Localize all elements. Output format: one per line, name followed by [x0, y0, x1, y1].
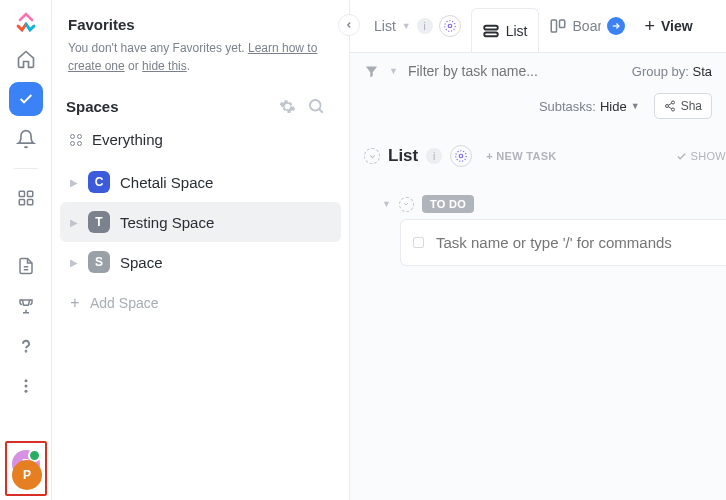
favorites-heading: Favorites	[60, 12, 341, 39]
spaces-header: Spaces	[60, 93, 341, 123]
checkbox-icon[interactable]	[413, 237, 424, 248]
list-title: List	[388, 146, 418, 166]
new-task-row[interactable]	[400, 219, 726, 266]
favorites-empty-text: You don't have any Favorites yet. Learn …	[60, 39, 341, 93]
main-panel: List ▼ i List Board	[350, 0, 726, 500]
chevron-down-icon: ▼	[402, 21, 411, 31]
space-item[interactable]: ▶ S Space	[60, 242, 341, 282]
svg-point-13	[444, 21, 455, 32]
plus-icon: +	[645, 16, 656, 37]
svg-rect-3	[27, 200, 32, 205]
show-closed-toggle[interactable]: SHOW	[676, 150, 726, 162]
svg-rect-2	[19, 200, 24, 205]
notifications-icon[interactable]	[9, 122, 43, 156]
sub-toolbar: Subtasks: Hide ▼ Sha	[350, 89, 726, 133]
space-name: Testing Space	[120, 214, 214, 231]
svg-rect-0	[19, 191, 24, 196]
tab-list[interactable]: List	[471, 8, 539, 52]
add-space-button[interactable]: + Add Space	[60, 282, 341, 324]
subtasks-toggle[interactable]: Subtasks: Hide ▼	[539, 99, 640, 114]
space-badge: S	[88, 251, 110, 273]
task-name-input[interactable]	[436, 234, 714, 251]
status-group-header[interactable]: ▼ TO DO	[364, 195, 726, 213]
svg-line-22	[668, 103, 671, 105]
svg-line-11	[319, 109, 323, 113]
ai-icon[interactable]	[450, 145, 472, 167]
chevron-right-icon[interactable]: ▶	[70, 257, 78, 268]
list-header: List i + NEW TASK SHOW	[364, 139, 726, 183]
user-avatars-highlight[interactable]: P P	[5, 441, 47, 496]
filter-input[interactable]	[408, 63, 622, 79]
space-badge: T	[88, 211, 110, 233]
svg-rect-17	[559, 20, 564, 28]
rail-separator	[14, 168, 38, 169]
svg-point-8	[24, 385, 27, 388]
filter-icon[interactable]	[364, 64, 379, 79]
plus-icon: +	[70, 294, 80, 312]
more-icon[interactable]	[9, 369, 43, 403]
status-label: TO DO	[422, 195, 474, 213]
arrow-right-icon[interactable]	[607, 17, 625, 35]
add-view-button[interactable]: + View	[635, 0, 703, 52]
svg-point-9	[24, 390, 27, 393]
expand-toggle-icon[interactable]	[364, 148, 380, 164]
new-task-button[interactable]: + NEW TASK	[486, 150, 556, 162]
board-view-icon	[549, 17, 567, 35]
svg-point-25	[456, 151, 467, 162]
icon-rail: P P	[0, 0, 52, 500]
svg-point-10	[310, 100, 321, 111]
spaces-settings-icon[interactable]	[279, 98, 307, 115]
chevron-down-icon: ▼	[631, 101, 640, 111]
info-icon[interactable]: i	[417, 18, 433, 34]
chevron-right-icon[interactable]: ▶	[70, 217, 78, 228]
help-icon[interactable]	[9, 329, 43, 363]
svg-rect-1	[27, 191, 32, 196]
avatar[interactable]: P	[12, 460, 42, 490]
clickup-logo-icon[interactable]	[12, 8, 40, 36]
svg-point-24	[459, 154, 463, 158]
everything-item[interactable]: Everything	[60, 123, 341, 156]
svg-point-20	[665, 105, 668, 108]
info-icon[interactable]: i	[426, 148, 442, 164]
breadcrumb-list[interactable]: List ▼ i	[364, 0, 471, 52]
space-name: Space	[120, 254, 163, 271]
tasks-icon[interactable]	[9, 82, 43, 116]
list-view-icon	[482, 22, 500, 40]
chevron-down-icon[interactable]: ▼	[389, 66, 398, 76]
chevron-right-icon[interactable]: ▶	[70, 177, 78, 188]
collapse-sidebar-button[interactable]	[338, 14, 360, 36]
status-circle-icon	[399, 197, 414, 212]
spaces-search-icon[interactable]	[307, 97, 335, 115]
svg-rect-16	[551, 20, 556, 32]
space-item[interactable]: ▶ C Chetali Space	[60, 162, 341, 202]
group-by-label: Group by: Sta	[632, 64, 712, 79]
docs-icon[interactable]	[9, 249, 43, 283]
home-icon[interactable]	[9, 42, 43, 76]
sidebar: Favorites You don't have any Favorites y…	[52, 0, 350, 500]
everything-icon	[70, 134, 82, 146]
view-tabs: List ▼ i List Board	[350, 0, 726, 52]
space-name: Chetali Space	[120, 174, 213, 191]
svg-rect-14	[484, 25, 498, 29]
svg-point-21	[671, 108, 674, 111]
ai-icon[interactable]	[439, 15, 461, 37]
svg-point-19	[671, 101, 674, 104]
apps-icon[interactable]	[9, 181, 43, 215]
goals-icon[interactable]	[9, 289, 43, 323]
favorites-hide-link[interactable]: hide this	[142, 59, 187, 73]
space-item[interactable]: ▶ T Testing Space	[60, 202, 341, 242]
share-button[interactable]: Sha	[654, 93, 712, 119]
svg-line-23	[668, 107, 671, 109]
svg-point-12	[448, 24, 452, 28]
svg-rect-15	[484, 32, 498, 36]
svg-point-7	[24, 379, 27, 382]
tab-board[interactable]: Board	[539, 0, 635, 52]
spaces-heading: Spaces	[66, 98, 279, 115]
space-badge: C	[88, 171, 110, 193]
toolbar: ▼ Group by: Sta	[350, 52, 726, 89]
svg-point-6	[25, 351, 26, 352]
chevron-down-icon: ▼	[382, 199, 391, 209]
